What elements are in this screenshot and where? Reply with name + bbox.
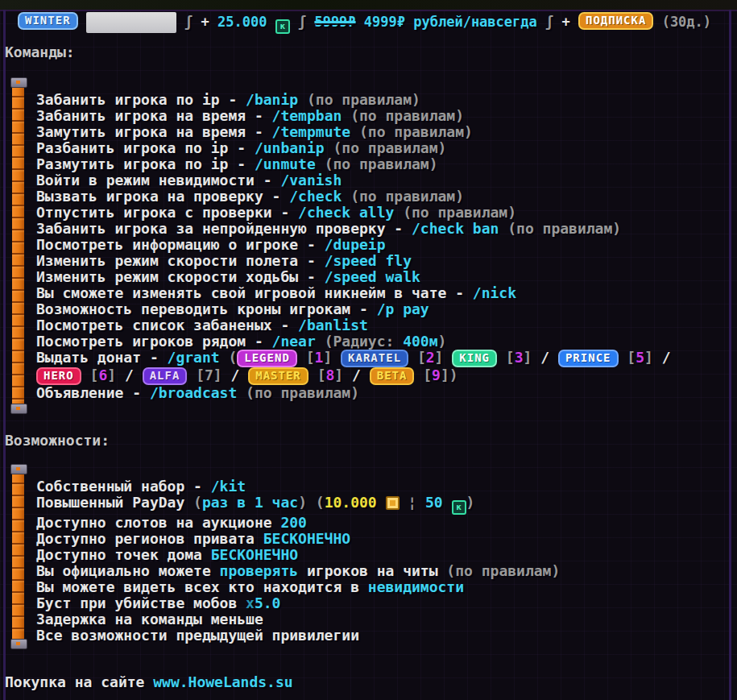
text-segment: Повышенный PayDay: [36, 494, 193, 511]
text-segment: Вы сможете изменять свой игровой никнейм…: [36, 284, 473, 301]
text-line: Вы сможете изменять свой игровой никнейм…: [36, 285, 673, 301]
text-segment: /near: [272, 333, 325, 350]
coin-icon: [386, 496, 400, 510]
text-segment: (по правилам): [325, 155, 438, 172]
text-segment: [: [297, 349, 315, 366]
text-line: Выдать донат - /grant (LEGEND [1] KARATE…: [36, 350, 673, 385]
rail-pole: [12, 472, 24, 640]
text-segment: +: [561, 14, 578, 30]
text-segment: /dupeip: [325, 236, 386, 253]
top-bar: WINTER ʃ + 25.000 к ʃ 5999₽ 4999₽ рублей…: [18, 10, 711, 34]
text-line: Отпустить игрока с проверки - /check all…: [36, 205, 673, 221]
text-segment: ]: [441, 367, 449, 383]
text-segment: +: [201, 14, 217, 30]
text-segment: Вы официально можете: [36, 562, 220, 579]
text-segment: Размутить игрока по ip -: [36, 155, 255, 172]
decorative-rail-commands: [12, 77, 24, 414]
legend-badge: LEGEND: [237, 350, 297, 367]
text-segment: Возможность переводить кроны игрокам -: [36, 300, 377, 317]
text-segment: /tempban: [272, 107, 351, 124]
text-segment: невидимости: [368, 578, 464, 595]
text-line: Все возможности предыдущей привилегии: [36, 628, 673, 644]
text-line: Изменить режим скорости ходьбы - /speed …: [36, 269, 673, 285]
text-line: Вы можете видеть всех кто находится в не…: [36, 579, 673, 595]
text-segment: (по правилам): [446, 562, 560, 579]
text-segment: 2: [426, 349, 435, 366]
text-segment: БЕСКОНЕЧНО: [211, 546, 298, 563]
right-border-line: [729, 10, 731, 700]
text-line: Забанить игрока по ip - /banip (по прави…: [36, 92, 673, 108]
text-segment: (Радиус:: [325, 333, 404, 350]
censor-icon: [86, 12, 176, 33]
text-segment: 200: [280, 514, 307, 531]
text-line: Размутить игрока по ip - /unmute (по пра…: [36, 156, 673, 172]
text-segment: /check ban: [412, 220, 507, 237]
text-segment: Доступно точек дома: [36, 546, 211, 563]
text-segment: (по правилам): [246, 384, 359, 401]
text-segment: /unbanip: [255, 139, 333, 156]
text-line: Задержка на команды меньше: [36, 611, 673, 628]
text-segment: Собственный набор -: [36, 478, 211, 495]
text-line: Доступно регионов привата БЕСКОНЕЧНО: [36, 531, 673, 547]
text-segment: ʃ: [545, 14, 561, 30]
text-line: Собственный набор - /kit: [36, 478, 673, 495]
decorative-rail-features: [12, 464, 24, 649]
text-segment: /banip: [246, 91, 307, 108]
text-segment: проверять: [220, 562, 299, 579]
text-segment: ) (: [298, 494, 325, 511]
text-segment: Задержка на команды меньше: [36, 611, 263, 628]
winter-badge: WINTER: [18, 12, 78, 30]
text-segment: /check ally: [298, 204, 403, 221]
text-segment: Войти в режим невидимости -: [36, 172, 280, 188]
text-segment: Посмотреть игроков рядом -: [36, 333, 272, 350]
text-segment: (по правилам): [307, 91, 420, 108]
text-segment: (по правилам): [403, 204, 516, 221]
text-line: Забанить игрока на время - /tempban (по …: [36, 108, 673, 124]
text-segment: 10.000: [325, 494, 386, 511]
text-segment: 50: [425, 494, 452, 511]
text-segment: /: [231, 367, 249, 383]
text-segment: /nick: [473, 284, 516, 301]
hero-badge: HERO: [36, 367, 81, 385]
text-line: Посмотреть информацию о игроке - /dupeip: [36, 237, 673, 253]
text-line: Объявление - /broadcast (по правилам): [36, 385, 673, 401]
text-line: Вызвать игрока на проверку - /check (по …: [36, 188, 673, 205]
text-segment: Изменить режим скорости полета -: [36, 252, 325, 269]
text-segment: (по правилам): [333, 139, 446, 156]
alfa-badge: ALFA: [143, 367, 188, 385]
karatel-badge: KARATEL: [341, 350, 408, 367]
kron-icon: к: [452, 500, 466, 515]
text-segment: /check: [289, 188, 350, 205]
text-segment: ]: [435, 349, 453, 366]
text-segment: Покупка на сайте: [5, 673, 153, 690]
commands-list: Забанить игрока по ip - /banip (по прави…: [36, 92, 673, 401]
text-segment: ): [449, 367, 458, 383]
text-segment: игроков на читы: [298, 562, 446, 579]
text-segment: Все возможности предыдущей привилегии: [36, 627, 359, 644]
text-segment: /banlist: [298, 317, 368, 333]
text-segment: [7]: [187, 367, 230, 383]
text-line: Замутить игрока на время - /tempmute (по…: [36, 124, 673, 140]
text-segment: /: [125, 367, 143, 383]
text-line: Разбанить игрока по ip - /unbanip (по пр…: [36, 140, 673, 156]
text-segment: 5999₽: [314, 14, 355, 30]
text-segment: /grant: [168, 349, 229, 366]
text-segment: ʃ: [176, 14, 201, 30]
text-segment: 8: [325, 367, 334, 383]
text-segment: раз в 1 час: [202, 494, 298, 511]
text-segment: Вызвать игрока на проверку -: [36, 188, 289, 205]
text-segment: /speed fly: [325, 252, 412, 269]
text-segment: Буст при убийстве мобов: [36, 594, 246, 611]
text-segment: /unmute: [255, 155, 325, 172]
master-badge: MASTER: [248, 367, 308, 385]
text-segment: Выдать донат -: [36, 349, 168, 366]
text-segment: 25.000: [217, 14, 275, 30]
text-line: Повышенный PayDay (раз в 1 час) (10.000 …: [36, 495, 673, 515]
text-segment: Вы можете видеть всех кто находится в: [36, 578, 368, 595]
text-segment: 9: [432, 367, 441, 383]
commands-section-label: Команды:: [5, 43, 75, 60]
site-link[interactable]: www.HoweLands.su: [153, 673, 292, 690]
text-segment: ): [438, 333, 447, 350]
text-segment: /p pay: [377, 300, 429, 317]
left-border-line: [3, 10, 6, 700]
